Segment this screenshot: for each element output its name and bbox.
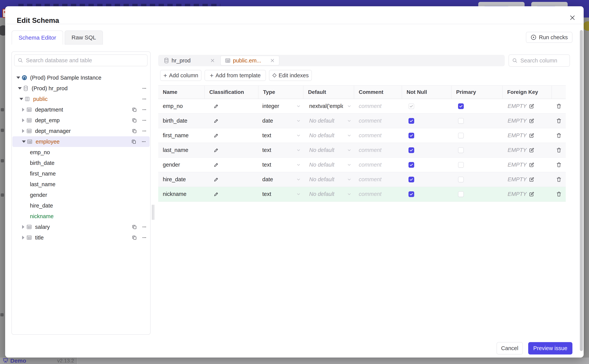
copy-icon[interactable] [132, 235, 137, 240]
primary-checkbox[interactable] [458, 133, 464, 138]
type-select[interactable]: integer [259, 103, 303, 109]
more-icon[interactable] [141, 107, 147, 112]
chevron-right-icon[interactable] [20, 108, 26, 111]
more-icon[interactable] [141, 96, 147, 102]
close-icon[interactable] [270, 58, 275, 63]
trash-icon[interactable] [556, 132, 562, 139]
modal-scrollbar-thumb[interactable] [580, 30, 583, 351]
comment-input[interactable]: comment [354, 143, 402, 157]
not-null-checkbox[interactable] [408, 147, 414, 153]
tree-item-gender[interactable]: gender [12, 190, 150, 200]
default-select[interactable]: No default [303, 118, 354, 124]
add-column-button[interactable]: + Add column [160, 70, 201, 81]
not-null-checkbox[interactable] [408, 191, 414, 197]
comment-input[interactable]: comment [354, 99, 402, 113]
pencil-icon[interactable] [213, 162, 219, 168]
close-icon[interactable] [210, 58, 215, 63]
chevron-right-icon[interactable] [20, 225, 26, 229]
tree-item-department[interactable]: department [12, 104, 150, 115]
type-select[interactable]: text [259, 147, 303, 153]
pencil-icon[interactable] [213, 191, 219, 197]
edit-square-icon[interactable] [529, 118, 535, 124]
copy-icon[interactable] [132, 107, 137, 112]
chevron-right-icon[interactable] [20, 118, 26, 122]
primary-checkbox[interactable] [458, 191, 464, 197]
chevron-down-icon[interactable] [17, 87, 23, 90]
more-icon[interactable] [141, 235, 147, 240]
column-search-input[interactable] [520, 57, 567, 64]
chevron-down-icon[interactable] [15, 77, 21, 79]
type-select[interactable]: date [259, 176, 303, 182]
tree-item-salary[interactable]: salary [12, 221, 150, 232]
primary-checkbox[interactable] [458, 177, 464, 182]
edit-indexes-button[interactable]: Edit indexes [269, 70, 312, 81]
tab-hr-prod[interactable]: hr_prod [159, 56, 220, 65]
tree-item--prod-hr-prod[interactable]: (Prod) hr_prod [12, 83, 150, 94]
tree-item-dept-manager[interactable]: dept_manager [12, 126, 150, 136]
cancel-button[interactable]: Cancel [496, 342, 523, 354]
trash-icon[interactable] [556, 162, 562, 168]
default-select[interactable]: nextval('employ [303, 103, 354, 109]
primary-checkbox[interactable] [458, 118, 464, 124]
run-checks-button[interactable]: Run checks [526, 32, 572, 43]
pencil-icon[interactable] [213, 118, 219, 124]
chevron-right-icon[interactable] [20, 129, 26, 133]
trash-icon[interactable] [556, 103, 562, 109]
chevron-down-icon[interactable] [18, 98, 24, 100]
edit-square-icon[interactable] [529, 176, 535, 182]
tree-item-public[interactable]: public [12, 94, 150, 104]
tree-item--prod-prod-sample-instance[interactable]: (Prod) Prod Sample Instance [12, 72, 150, 83]
trash-icon[interactable] [556, 191, 562, 197]
tree-item-hire-date[interactable]: hire_date [12, 200, 150, 211]
column-search[interactable] [509, 54, 570, 67]
tree-search[interactable] [14, 54, 147, 66]
copy-icon[interactable] [131, 139, 137, 144]
tree-item-dept-emp[interactable]: dept_emp [12, 115, 150, 126]
edit-square-icon[interactable] [529, 132, 535, 139]
comment-input[interactable]: comment [354, 128, 402, 143]
type-select[interactable]: text [259, 191, 303, 197]
edit-square-icon[interactable] [529, 191, 535, 197]
tab-raw-sql[interactable]: Raw SQL [65, 31, 103, 45]
tree-item-first-name[interactable]: first_name [12, 168, 150, 179]
trash-icon[interactable] [556, 176, 562, 182]
pencil-icon[interactable] [213, 147, 219, 153]
copy-icon[interactable] [132, 128, 137, 134]
tab-public-employee[interactable]: public.em... [220, 56, 280, 65]
edit-square-icon[interactable] [529, 147, 535, 153]
pencil-icon[interactable] [213, 132, 219, 139]
more-icon[interactable] [141, 224, 147, 230]
more-icon[interactable] [141, 128, 147, 134]
not-null-checkbox[interactable] [408, 177, 414, 182]
comment-input[interactable]: comment [354, 187, 402, 201]
primary-checkbox[interactable] [458, 103, 464, 109]
type-select[interactable]: text [259, 162, 303, 168]
more-icon[interactable] [141, 139, 147, 144]
trash-icon[interactable] [556, 118, 562, 124]
comment-input[interactable]: comment [354, 158, 402, 172]
panel-resize-handle[interactable] [152, 205, 154, 220]
more-icon[interactable] [141, 85, 147, 91]
type-select[interactable]: text [259, 132, 303, 139]
not-null-checkbox[interactable] [408, 133, 414, 138]
tree-item-last-name[interactable]: last_name [12, 179, 150, 190]
default-select[interactable]: No default [303, 147, 354, 153]
default-select[interactable]: No default [303, 162, 354, 168]
chevron-down-icon[interactable] [21, 141, 27, 143]
more-icon[interactable] [141, 117, 147, 123]
trash-icon[interactable] [556, 147, 562, 153]
edit-square-icon[interactable] [529, 103, 535, 109]
close-icon[interactable] [567, 12, 578, 23]
not-null-checkbox[interactable] [408, 118, 414, 124]
add-from-template-button[interactable]: + Add from template [205, 70, 266, 81]
tree-item-birth-date[interactable]: birth_date [12, 158, 150, 168]
copy-icon[interactable] [132, 224, 137, 230]
comment-input[interactable]: comment [354, 114, 402, 128]
copy-icon[interactable] [132, 117, 137, 123]
pencil-icon[interactable] [213, 176, 219, 182]
edit-square-icon[interactable] [529, 162, 535, 168]
not-null-checkbox[interactable] [408, 162, 414, 168]
default-select[interactable]: No default [303, 191, 354, 197]
pencil-icon[interactable] [213, 103, 219, 109]
primary-checkbox[interactable] [458, 147, 464, 153]
